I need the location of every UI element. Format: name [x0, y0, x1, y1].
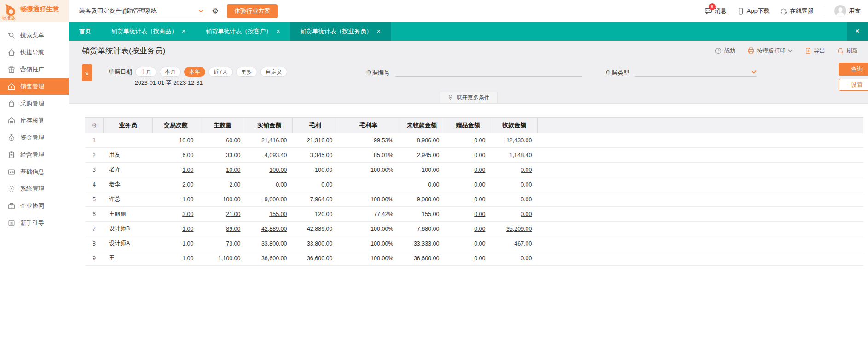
- sidebar-item-10[interactable]: 系统管理: [0, 180, 69, 197]
- refresh-button[interactable]: 刷新: [837, 47, 858, 55]
- sidebar-item-11[interactable]: 企业协同: [0, 197, 69, 214]
- drilldown-link[interactable]: 2.00: [182, 181, 193, 188]
- drilldown-link[interactable]: 89.00: [226, 226, 240, 232]
- money-bag-icon: ¥: [7, 134, 16, 142]
- cell-赠品金额: 0.00: [445, 236, 491, 251]
- drilldown-link[interactable]: 0.00: [521, 196, 532, 203]
- report-toolbar: ? 帮助 按模板打印: [715, 47, 858, 55]
- settings-button[interactable]: 设置: [839, 79, 868, 91]
- drilldown-link[interactable]: 0.00: [474, 167, 485, 173]
- cell-主数量: 1,100.00: [199, 251, 246, 266]
- doc-type-select[interactable]: [635, 67, 757, 77]
- drilldown-link[interactable]: 21.00: [226, 211, 240, 217]
- drilldown-link[interactable]: 2.00: [229, 181, 240, 188]
- drilldown-link[interactable]: 0.00: [521, 255, 532, 262]
- drilldown-link[interactable]: 0.00: [474, 240, 485, 247]
- drilldown-link[interactable]: 60.00: [226, 137, 240, 144]
- drilldown-link[interactable]: 0.00: [474, 137, 485, 144]
- messages-button[interactable]: 消息 6: [704, 7, 727, 15]
- sidebar-item-9[interactable]: A基础信息: [0, 163, 69, 180]
- cell-交易次数: 1.00: [153, 163, 199, 177]
- tab-1[interactable]: 首页: [69, 22, 101, 41]
- drilldown-link[interactable]: 1,100.00: [218, 255, 241, 262]
- drilldown-link[interactable]: 42,889.00: [261, 226, 287, 232]
- drilldown-link[interactable]: 21,416.00: [261, 137, 287, 144]
- date-pill-自定义[interactable]: 自定义: [260, 67, 287, 77]
- tab-4[interactable]: 销货单统计表（按业务员）×: [290, 22, 390, 41]
- trial-industry-button[interactable]: 体验行业方案: [227, 4, 278, 18]
- collapse-filter-button[interactable]: »: [82, 64, 92, 81]
- date-pill-上月[interactable]: 上月: [135, 67, 156, 77]
- date-pill-本年[interactable]: 本年: [184, 67, 205, 77]
- drilldown-link[interactable]: 155.00: [269, 211, 287, 217]
- drilldown-link[interactable]: 1.00: [182, 167, 193, 173]
- export-button[interactable]: 导出: [804, 47, 825, 55]
- drilldown-link[interactable]: 73.00: [226, 240, 240, 247]
- drilldown-link[interactable]: 0.00: [474, 226, 485, 232]
- drilldown-link[interactable]: 100.00: [223, 196, 240, 203]
- user-menu[interactable]: 用友: [834, 5, 861, 17]
- sidebar-item-7[interactable]: ¥资金管理: [0, 129, 69, 146]
- column-header: 业务员: [104, 118, 153, 133]
- topbar-divider: [824, 7, 824, 15]
- sidebar-item-3[interactable]: 营销推广: [0, 61, 69, 78]
- drilldown-link[interactable]: 33,800.00: [261, 240, 287, 247]
- cell-交易次数: 1.00: [153, 192, 199, 207]
- drilldown-link[interactable]: 0.00: [521, 167, 532, 173]
- close-all-tabs-button[interactable]: ×: [847, 22, 868, 41]
- date-pill-本月[interactable]: 本月: [160, 67, 181, 77]
- tab-close-icon[interactable]: ×: [376, 28, 380, 35]
- doc-no-input[interactable]: [395, 67, 582, 77]
- drilldown-link[interactable]: 0.00: [276, 181, 287, 188]
- column-settings-icon[interactable]: ⚙: [85, 118, 104, 133]
- drilldown-link[interactable]: 9,000.00: [265, 196, 287, 203]
- drilldown-link[interactable]: 0.00: [521, 181, 532, 188]
- drilldown-link[interactable]: 0.00: [474, 211, 485, 217]
- drilldown-link[interactable]: 1,148.40: [509, 152, 532, 158]
- drilldown-link[interactable]: 0.00: [474, 196, 485, 203]
- cell-主数量: 2.00: [199, 177, 246, 192]
- drilldown-link[interactable]: 0.00: [521, 211, 532, 217]
- sidebar-item-4[interactable]: $销售管理: [0, 78, 69, 95]
- drilldown-link[interactable]: 100.00: [269, 167, 287, 173]
- date-pill-近7天[interactable]: 近7天: [208, 67, 233, 77]
- drilldown-link[interactable]: 1.00: [182, 240, 193, 247]
- expand-more-conditions-button[interactable]: ≫ 展开更多条件: [440, 92, 498, 103]
- tab-2[interactable]: 销货单统计表（按商品）×: [101, 22, 196, 41]
- drilldown-link[interactable]: 1.00: [182, 226, 193, 232]
- drilldown-link[interactable]: 33.00: [226, 152, 240, 158]
- tab-close-icon[interactable]: ×: [276, 28, 280, 35]
- drilldown-link[interactable]: 467.00: [514, 240, 532, 247]
- date-pill-更多[interactable]: 更多: [236, 67, 257, 77]
- print-by-template-button[interactable]: 按模板打印: [747, 47, 793, 55]
- sidebar-item-2[interactable]: 快捷导航: [0, 44, 69, 61]
- sidebar-item-5[interactable]: 采购管理: [0, 95, 69, 112]
- drilldown-link[interactable]: 3.00: [182, 211, 193, 217]
- drilldown-link[interactable]: 0.00: [474, 255, 485, 262]
- drilldown-link[interactable]: 35,209.00: [506, 226, 532, 232]
- sidebar-item-6[interactable]: 库存核算: [0, 112, 69, 129]
- page-header: 销货单统计表(按业务员) ? 帮助: [69, 41, 868, 61]
- sidebar-item-1[interactable]: 搜索菜单: [0, 27, 69, 44]
- system-select[interactable]: 装备及固定资产辅助管理系统: [79, 4, 203, 18]
- help-button[interactable]: ? 帮助: [715, 47, 735, 55]
- tab-close-icon[interactable]: ×: [182, 28, 185, 35]
- drilldown-link[interactable]: 10.00: [179, 137, 193, 144]
- query-button[interactable]: 查询: [839, 63, 868, 76]
- tab-3[interactable]: 销货单统计表（按客户）×: [196, 22, 290, 41]
- drilldown-link[interactable]: 12,430.00: [506, 137, 532, 144]
- doc-no-label: 单据编号: [366, 69, 390, 77]
- drilldown-link[interactable]: 36,600.00: [261, 255, 287, 262]
- drilldown-link[interactable]: 1.00: [182, 196, 193, 203]
- drilldown-link[interactable]: 4,093.40: [265, 152, 287, 158]
- drilldown-link[interactable]: 0.00: [474, 181, 485, 188]
- drilldown-link[interactable]: 0.00: [474, 152, 485, 158]
- drilldown-link[interactable]: 1.00: [182, 255, 193, 262]
- online-service-button[interactable]: 在线客服: [780, 7, 814, 15]
- sidebar-item-12[interactable]: 新新手引导: [0, 214, 69, 231]
- sidebar-item-8[interactable]: 经营管理: [0, 146, 69, 163]
- drilldown-link[interactable]: 10.00: [226, 167, 240, 173]
- drilldown-link[interactable]: 6.00: [182, 152, 193, 158]
- app-download-button[interactable]: App下载: [737, 7, 770, 15]
- settings-gear-icon[interactable]: ⚙: [212, 6, 219, 16]
